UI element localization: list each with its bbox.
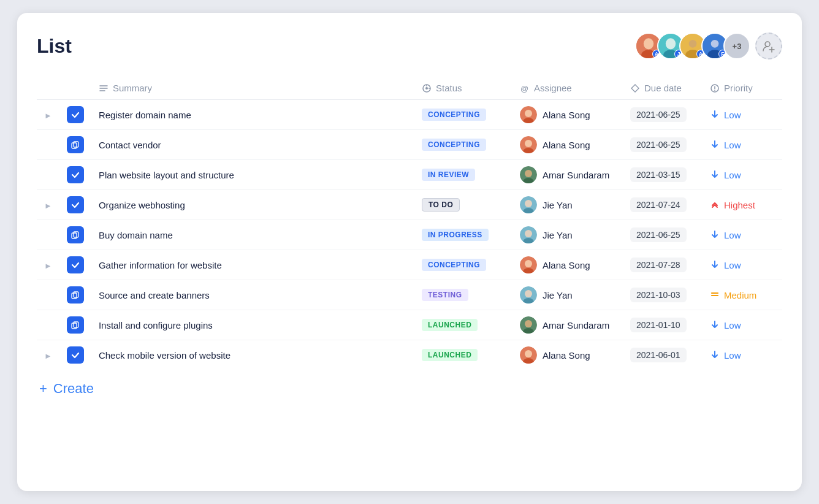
assignee-name: Jie Yan <box>543 290 573 300</box>
task-status[interactable]: LAUNCHED <box>414 310 512 340</box>
task-assignee: Alana Song <box>512 130 623 160</box>
task-icon-cell <box>59 220 91 250</box>
svg-point-21 <box>425 87 428 90</box>
assignee-avatar <box>520 106 537 123</box>
priority-icon-cell <box>710 349 720 361</box>
priority-label: Medium <box>724 290 756 300</box>
svg-text:@: @ <box>520 84 528 93</box>
svg-point-35 <box>525 140 532 147</box>
svg-point-54 <box>525 290 532 297</box>
task-icon-cell <box>59 130 91 160</box>
expand-button[interactable]: ► <box>37 100 59 130</box>
task-icon-cell <box>59 340 91 370</box>
svg-point-6 <box>667 40 675 48</box>
svg-rect-58 <box>72 323 77 329</box>
task-summary[interactable]: Source and create banners <box>91 280 414 310</box>
expand-button[interactable]: ► <box>37 250 59 280</box>
col-duedate-header[interactable]: Due date <box>623 77 703 100</box>
task-status[interactable]: TO DO <box>414 190 512 220</box>
svg-marker-25 <box>631 85 639 92</box>
svg-point-61 <box>525 320 532 327</box>
task-assignee: Jie Yan <box>512 220 623 250</box>
task-icon-cell <box>59 280 91 310</box>
svg-point-3 <box>645 40 653 48</box>
assignee-avatar <box>520 196 537 213</box>
task-summary[interactable]: Plan website layout and structure <box>91 160 414 190</box>
task-status[interactable]: LAUNCHED <box>414 340 512 370</box>
task-assignee: Alana Song <box>512 250 623 280</box>
assignee-avatar <box>520 316 537 334</box>
table-row: ► Gather information for websiteCONCEPTI… <box>37 250 782 280</box>
avatar-more[interactable]: +3 <box>723 32 750 59</box>
col-summary-header[interactable]: Summary <box>91 77 414 100</box>
task-status[interactable]: CONCEPTING <box>414 100 512 130</box>
task-summary[interactable]: Buy domain name <box>91 220 414 250</box>
svg-point-38 <box>525 170 532 177</box>
summary-icon <box>99 83 109 93</box>
task-priority: Medium <box>703 280 782 310</box>
assignee-avatar <box>520 346 537 364</box>
task-icon-cell <box>59 100 91 130</box>
assignee-name: Jie Yan <box>543 230 573 240</box>
expand-button[interactable]: ► <box>37 190 59 220</box>
assignee-avatar <box>520 286 537 304</box>
task-icon-cell <box>59 190 91 220</box>
priority-label: Highest <box>724 200 755 210</box>
svg-point-41 <box>525 200 532 207</box>
task-icon-cell <box>59 160 91 190</box>
task-due-date: 2021-07-28 <box>623 250 703 280</box>
assignee-name: Jie Yan <box>543 200 573 210</box>
col-status-header[interactable]: Status <box>414 77 512 100</box>
task-priority: Low <box>703 310 782 340</box>
table-row: ► Register domain nameCONCEPTING Alana S… <box>37 100 782 130</box>
avatar-group: A J A <box>635 32 782 59</box>
task-summary[interactable]: Organize webhosting <box>91 190 414 220</box>
task-summary[interactable]: Contact vendor <box>91 130 414 160</box>
task-priority: Highest <box>703 190 782 220</box>
priority-label: Low <box>724 170 741 180</box>
priority-icon-cell <box>710 109 720 121</box>
svg-point-28 <box>714 90 715 91</box>
assignee-avatar <box>520 136 537 153</box>
col-priority-header[interactable]: Priority <box>703 77 782 100</box>
col-expand-header <box>37 77 59 100</box>
create-row[interactable]: + Create <box>37 370 782 397</box>
status-icon <box>422 83 432 93</box>
assignee-name: Alana Song <box>543 350 590 361</box>
task-status[interactable]: IN PROGRESS <box>414 220 512 250</box>
col-icon-header <box>59 77 91 100</box>
task-status[interactable]: CONCEPTING <box>414 130 512 160</box>
assignee-name: Alana Song <box>543 110 590 120</box>
priority-label: Low <box>724 230 741 240</box>
assignee-avatar <box>520 166 537 183</box>
header: List A J <box>37 32 782 59</box>
list-card: List A J <box>17 13 802 491</box>
col-assignee-header[interactable]: @ Assignee <box>512 77 623 100</box>
task-assignee: Amar Sundaram <box>512 310 623 340</box>
task-due-date: 2021-10-03 <box>623 280 703 310</box>
task-status[interactable]: CONCEPTING <box>414 250 512 280</box>
table-row: Plan website layout and structureIN REVI… <box>37 160 782 190</box>
task-priority: Low <box>703 340 782 370</box>
svg-point-14 <box>765 42 770 47</box>
svg-point-49 <box>525 260 532 267</box>
table-row: Install and configure pluginsLAUNCHED Am… <box>37 310 782 340</box>
add-member-button[interactable] <box>755 32 782 59</box>
task-table: Summary Status <box>37 77 782 370</box>
svg-point-64 <box>525 350 532 357</box>
assignee-avatar <box>520 226 537 243</box>
task-summary[interactable]: Check mobile version of website <box>91 340 414 370</box>
task-due-date: 2021-06-25 <box>623 130 703 160</box>
expand-button[interactable]: ► <box>37 340 59 370</box>
table-row: Source and create bannersTESTING Jie Yan… <box>37 280 782 310</box>
duedate-icon <box>630 83 640 93</box>
task-summary[interactable]: Gather information for website <box>91 250 414 280</box>
task-summary[interactable]: Install and configure plugins <box>91 310 414 340</box>
task-icon-cell <box>59 250 91 280</box>
task-status[interactable]: TESTING <box>414 280 512 310</box>
priority-label: Low <box>724 110 741 120</box>
table-row: ► Check mobile version of websiteLAUNCHE… <box>37 340 782 370</box>
task-summary[interactable]: Register domain name <box>91 100 414 130</box>
task-due-date: 2021-03-15 <box>623 160 703 190</box>
task-status[interactable]: IN REVIEW <box>414 160 512 190</box>
